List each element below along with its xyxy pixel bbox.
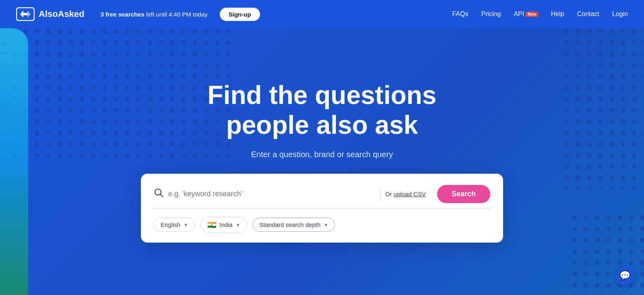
svg-rect-8 — [572, 214, 644, 295]
svg-rect-6 — [564, 28, 644, 189]
logo-text: AlsoAsked — [39, 9, 85, 19]
hero-section: Find the questions people also ask Enter… — [0, 28, 644, 295]
dot-grid-bottom-right — [572, 214, 644, 295]
chat-bubble-button[interactable]: 💬 — [615, 266, 634, 285]
chat-icon: 💬 — [619, 270, 630, 281]
country-select[interactable]: 🇮🇳 India ▼ — [200, 217, 247, 233]
signup-button[interactable]: Sign-up — [220, 8, 260, 21]
search-row: Or upload CSV Search — [154, 185, 490, 209]
search-input[interactable] — [168, 190, 375, 198]
navbar: AlsoAsked 3 free searches left until 4:4… — [0, 0, 644, 28]
nav-link-login[interactable]: Login — [612, 10, 628, 18]
nav-links: FAQs Pricing API New Help Contact Login — [452, 10, 628, 18]
hero-title: Find the questions people also ask — [141, 81, 503, 140]
upload-csv-link[interactable]: upload CSV — [394, 191, 426, 197]
search-divider — [380, 187, 380, 200]
language-select[interactable]: English ▼ — [154, 218, 195, 232]
nav-link-api-wrap: API New — [514, 10, 538, 18]
country-chevron-icon: ▼ — [236, 222, 240, 227]
search-icon — [154, 188, 163, 200]
dot-grid-top-right — [564, 28, 644, 189]
hero-content: Find the questions people also ask Enter… — [141, 81, 503, 242]
nav-link-help[interactable]: Help — [551, 10, 564, 18]
nav-link-api[interactable]: API — [514, 10, 524, 18]
filter-row: English ▼ 🇮🇳 India ▼ Standard search d — [154, 217, 490, 233]
depth-chevron-icon: ▼ — [324, 222, 328, 227]
svg-marker-2 — [25, 10, 31, 18]
nav-link-contact[interactable]: Contact — [577, 10, 599, 18]
country-flag-icon: 🇮🇳 — [207, 220, 216, 229]
blob-left-decoration — [0, 28, 28, 295]
free-searches-text: 3 free searches left until 4:40 PM today — [101, 11, 208, 18]
search-button[interactable]: Search — [437, 185, 490, 203]
logo-area: AlsoAsked — [16, 7, 85, 21]
hero-subtitle: Enter a question, brand or search query — [141, 150, 503, 159]
language-chevron-icon: ▼ — [184, 222, 188, 227]
nav-link-pricing[interactable]: Pricing — [481, 10, 501, 18]
svg-line-10 — [161, 195, 163, 197]
search-box: Or upload CSV Search English ▼ 🇮🇳 — [141, 174, 503, 243]
upload-csv-area: Or upload CSV — [385, 191, 426, 197]
nav-link-faqs[interactable]: FAQs — [452, 10, 469, 18]
api-new-badge: New — [526, 12, 538, 17]
depth-select[interactable]: Standard search depth ▼ — [253, 218, 335, 232]
logo-icon — [16, 7, 35, 21]
